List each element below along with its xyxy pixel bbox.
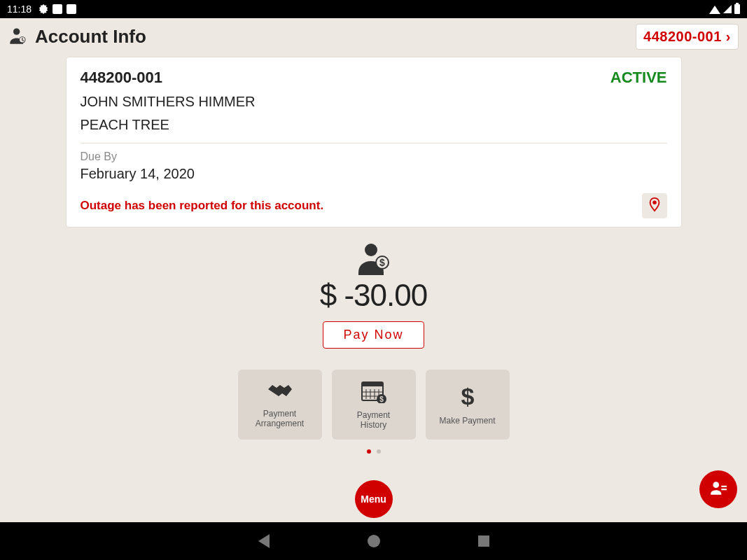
sdcard-status-icon — [67, 4, 76, 14]
svg-rect-20 — [721, 486, 727, 487]
tile-label: Make Payment — [439, 416, 495, 426]
tile-label: Payment Arrangement — [256, 409, 304, 429]
handshake-icon — [266, 381, 294, 405]
account-address: PEACH TREE — [81, 117, 667, 133]
tile-payment-arrangement[interactable]: Payment Arrangement — [238, 370, 322, 440]
svg-rect-9 — [362, 382, 383, 386]
svg-point-0 — [13, 28, 20, 34]
location-pin-icon — [647, 197, 662, 215]
page-indicator — [0, 449, 747, 454]
android-status-bar: 11:18 — [0, 0, 747, 18]
menu-label: Menu — [361, 493, 386, 505]
due-by-label: Due By — [81, 150, 667, 163]
dollar-icon: $ — [457, 384, 478, 412]
outage-message: Outage has been reported for this accoun… — [81, 199, 324, 213]
tile-make-payment[interactable]: $ Make Payment — [426, 370, 510, 440]
app-header: Account Info 448200-001 › — [0, 18, 747, 57]
page-dot — [377, 449, 381, 454]
status-time: 11:18 — [7, 4, 32, 15]
tile-label: Payment History — [357, 410, 390, 430]
wifi-icon — [709, 6, 720, 14]
header-left: Account Info — [8, 26, 146, 48]
nav-recent-button[interactable] — [478, 536, 489, 547]
svg-text:$: $ — [461, 384, 474, 409]
balance-amount: $ -30.00 — [0, 278, 747, 313]
pay-now-button[interactable]: Pay Now — [323, 321, 424, 349]
app-body: Account Info 448200-001 › 448200-001 ACT… — [0, 18, 747, 522]
balance-icon: $ — [0, 241, 747, 275]
nav-home-button[interactable] — [368, 535, 380, 547]
account-selector-button[interactable]: 448200-001 › — [636, 24, 739, 50]
svg-text:$: $ — [379, 396, 384, 403]
action-tiles: Payment Arrangement $ Payment History — [0, 370, 747, 440]
svg-point-19 — [713, 482, 719, 488]
person-card-icon — [709, 479, 727, 500]
cell-signal-icon — [723, 5, 732, 13]
balance-section: $ $ -30.00 Pay Now — [0, 241, 747, 349]
account-status-badge: ACTIVE — [610, 69, 667, 87]
calendar-icon: $ — [361, 379, 387, 406]
settings-status-icon — [39, 4, 48, 14]
account-holder-name: JOHN SMITHERS HIMMER — [81, 94, 667, 110]
svg-point-3 — [652, 201, 657, 205]
battery-icon — [734, 4, 740, 14]
account-card: 448200-001 ACTIVE JOHN SMITHERS HIMMER P… — [66, 57, 682, 227]
page-title: Account Info — [35, 26, 146, 48]
divider — [81, 143, 667, 144]
contact-fab-button[interactable] — [699, 470, 737, 508]
chevron-right-icon: › — [726, 29, 731, 45]
nav-back-button[interactable] — [258, 534, 270, 548]
menu-button[interactable]: Menu — [355, 480, 393, 518]
tile-payment-history[interactable]: $ Payment History — [332, 370, 416, 440]
page-dot-active — [367, 449, 371, 454]
due-by-date: February 14, 2020 — [81, 166, 667, 182]
android-nav-bar — [0, 522, 747, 560]
svg-text:$: $ — [379, 257, 385, 268]
person-icon — [8, 26, 28, 48]
account-selector-label: 448200-001 — [643, 29, 722, 45]
svg-rect-21 — [721, 489, 727, 490]
account-number: 448200-001 — [81, 69, 162, 87]
app-status-icon — [53, 4, 62, 14]
svg-point-4 — [365, 244, 377, 256]
outage-location-button[interactable] — [642, 193, 667, 218]
